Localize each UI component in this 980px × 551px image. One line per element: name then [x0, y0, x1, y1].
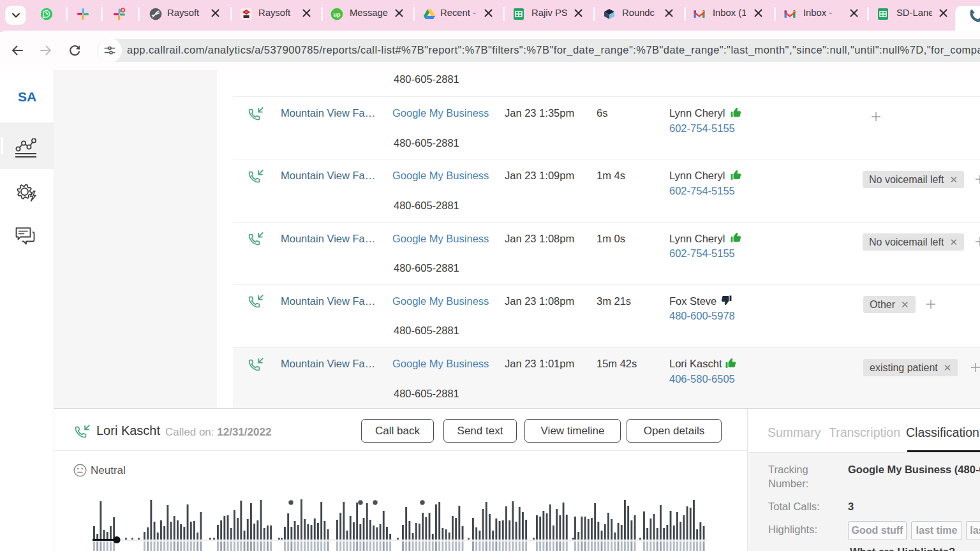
- svg-text:up: up: [334, 11, 341, 18]
